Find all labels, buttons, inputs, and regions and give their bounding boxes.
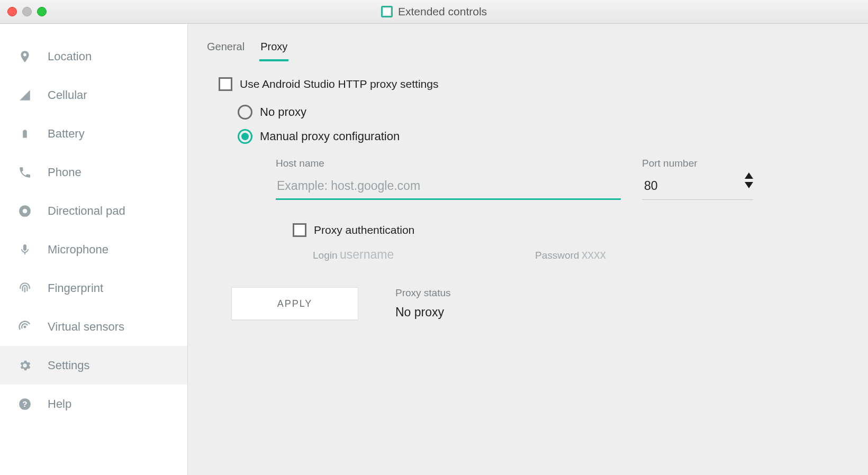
host-name-input[interactable]: [276, 176, 621, 200]
fingerprint-icon: [17, 280, 33, 296]
login-label: Login: [313, 250, 338, 261]
sensors-icon: [17, 319, 33, 335]
tab-proxy[interactable]: Proxy: [259, 39, 288, 61]
proxy-auth-checkbox[interactable]: [293, 223, 306, 237]
divider: [642, 199, 753, 200]
minimize-window-button[interactable]: [22, 7, 32, 16]
svg-text:?: ?: [22, 399, 27, 408]
sidebar-item-settings[interactable]: Settings: [0, 346, 187, 385]
port-stepper[interactable]: [745, 172, 753, 188]
apply-button[interactable]: APPLY: [231, 287, 358, 320]
app-icon: [381, 6, 393, 17]
sidebar-item-phone[interactable]: Phone: [0, 153, 187, 191]
proxy-status-value: No proxy: [395, 305, 451, 319]
manual-proxy-radio[interactable]: [238, 129, 252, 144]
sidebar-item-help[interactable]: ? Help: [0, 385, 187, 423]
sidebar-item-virtual-sensors[interactable]: Virtual sensors: [0, 307, 187, 346]
password-label: Password: [535, 250, 579, 261]
zoom-window-button[interactable]: [37, 7, 47, 16]
sidebar-item-battery[interactable]: Battery: [0, 114, 187, 153]
sidebar-item-cellular[interactable]: Cellular: [0, 76, 187, 114]
sidebar-item-label: Settings: [48, 359, 90, 372]
sidebar-item-microphone[interactable]: Microphone: [0, 230, 187, 269]
sidebar: Location Cellular Battery Phone: [0, 24, 188, 475]
body: Location Cellular Battery Phone: [0, 24, 868, 475]
titlebar: Extended controls: [0, 0, 868, 24]
dpad-icon: [17, 203, 33, 219]
use-studio-proxy-checkbox[interactable]: [219, 77, 232, 91]
help-icon: ?: [17, 396, 33, 412]
port-number-input[interactable]: 80: [642, 176, 753, 198]
main-pane: General Proxy Use Android Studio HTTP pr…: [188, 24, 868, 475]
sidebar-item-label: Microphone: [48, 243, 108, 257]
phone-icon: [17, 165, 33, 180]
traffic-lights: [7, 7, 47, 16]
sidebar-item-label: Virtual sensors: [48, 320, 124, 334]
port-number-label: Port number: [642, 158, 753, 169]
cellular-signal-icon: [17, 87, 33, 103]
battery-icon: [17, 126, 33, 142]
host-name-label: Host name: [276, 158, 621, 169]
stepper-down-icon[interactable]: [745, 182, 753, 188]
use-studio-proxy-label: Use Android Studio HTTP proxy settings: [240, 78, 438, 90]
close-window-button[interactable]: [7, 7, 17, 16]
sidebar-item-fingerprint[interactable]: Fingerprint: [0, 269, 187, 307]
manual-proxy-label: Manual proxy configuration: [260, 130, 400, 143]
no-proxy-radio[interactable]: [238, 105, 252, 120]
sidebar-item-label: Help: [48, 397, 71, 411]
sidebar-item-label: Directional pad: [48, 204, 125, 218]
stepper-up-icon[interactable]: [745, 172, 753, 179]
window: Extended controls Location Cellular: [0, 0, 868, 475]
sidebar-item-label: Location: [48, 50, 92, 63]
microphone-icon: [17, 242, 33, 258]
sidebar-item-label: Phone: [48, 166, 82, 179]
svg-point-1: [23, 208, 28, 213]
window-title-group: Extended controls: [381, 5, 487, 18]
tab-general[interactable]: General: [206, 39, 246, 61]
password-input[interactable]: xxxx: [582, 248, 606, 261]
sidebar-item-location[interactable]: Location: [0, 37, 187, 76]
no-proxy-label: No proxy: [260, 105, 306, 119]
proxy-status-label: Proxy status: [395, 287, 451, 299]
sidebar-item-label: Cellular: [48, 88, 87, 102]
location-pin-icon: [17, 49, 33, 65]
gear-icon: [17, 358, 33, 373]
sidebar-item-label: Fingerprint: [48, 281, 103, 295]
login-input[interactable]: username: [340, 248, 394, 261]
window-title: Extended controls: [398, 5, 487, 18]
proxy-auth-label: Proxy authentication: [314, 224, 414, 236]
sidebar-item-dpad[interactable]: Directional pad: [0, 191, 187, 230]
tabs: General Proxy: [206, 39, 850, 61]
sidebar-item-label: Battery: [48, 127, 85, 141]
